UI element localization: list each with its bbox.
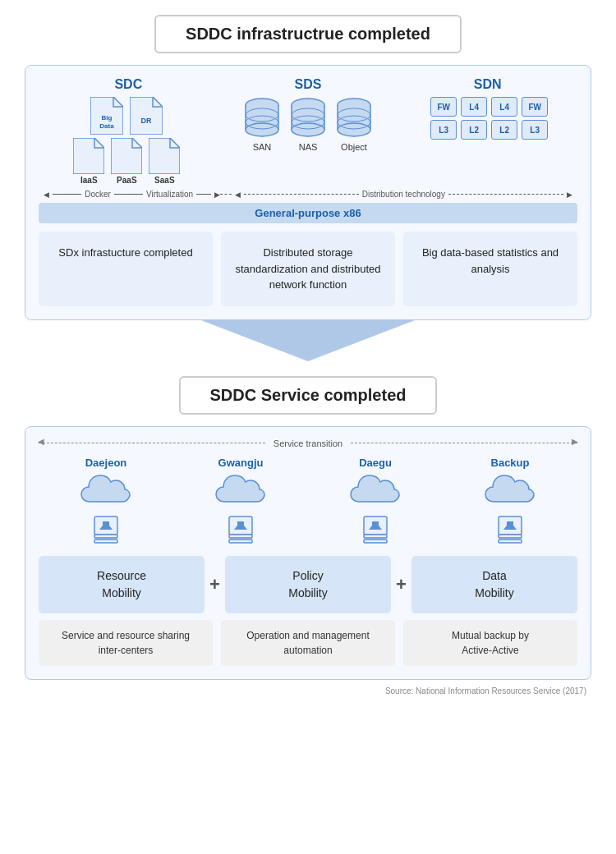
dr-icon: DR xyxy=(130,97,163,135)
data-mobility-box: DataMobility xyxy=(411,556,577,613)
policy-mobility-box: PolicyMobility xyxy=(225,556,391,613)
svg-rect-32 xyxy=(94,535,117,538)
svg-rect-37 xyxy=(229,535,252,538)
svg-rect-46 xyxy=(507,521,513,530)
cloud-backup-label: Backup xyxy=(491,457,530,469)
docker-label: Docker xyxy=(85,190,111,199)
upload-gwangju-icon xyxy=(223,515,259,548)
service-transition-row: Service transition xyxy=(39,438,577,448)
bottom-section-title: SDDC Service completed xyxy=(179,376,438,415)
nas-icon: NAS xyxy=(290,97,326,152)
object-icon: Object xyxy=(336,97,372,152)
svg-rect-47 xyxy=(499,535,522,538)
saas-icon: SaaS xyxy=(149,138,180,185)
svc-trans-line-right xyxy=(351,443,577,443)
upload-backup-icon xyxy=(492,515,528,548)
svg-rect-31 xyxy=(103,521,109,530)
upload-daegu-icon xyxy=(357,515,393,548)
svg-text:Data: Data xyxy=(100,122,115,130)
tech-row: ◀ Docker Virtualization ▶ ◀ Distribution… xyxy=(39,190,577,199)
sdn-l3b: L3 xyxy=(522,120,548,140)
cloud-gwangju-icon xyxy=(214,472,267,512)
sdn-fw2: FW xyxy=(522,97,548,117)
cloud-backup: Backup xyxy=(484,457,536,548)
san-label: SAN xyxy=(253,142,272,152)
plus-1: + xyxy=(205,574,225,595)
info-box-3: Big data-based statistics and analysis xyxy=(403,232,577,306)
top-section-title-wrap: SDDC infrastructrue completed xyxy=(0,0,616,65)
svg-marker-5 xyxy=(73,138,104,174)
sds-icons-row: SAN NAS xyxy=(244,97,372,152)
svg-rect-43 xyxy=(364,539,387,543)
sdc-col: Big Data DR xyxy=(39,97,215,185)
col-headers: SDC SDS SDN xyxy=(39,77,577,92)
arrow-left-d: ◀ xyxy=(235,191,241,199)
sds-label: SDS xyxy=(218,77,398,92)
desc-box-2: Operation and managementautomation xyxy=(221,620,395,666)
arrow-connector xyxy=(201,320,415,361)
mobility-row: ResourceMobility + PolicyMobility + Data… xyxy=(39,556,577,613)
svc-trans-label: Service transition xyxy=(265,438,351,448)
source-line: Source: National Information Resources S… xyxy=(0,680,616,699)
nas-label: NAS xyxy=(299,142,318,152)
upload-daejeon-icon xyxy=(88,515,124,548)
bottom-diagram: Service transition Daejeon Gwangju xyxy=(25,426,591,680)
svg-rect-48 xyxy=(499,539,522,543)
sdn-row2: L3 L2 L2 L3 xyxy=(430,120,548,140)
sdn-l4b: L4 xyxy=(491,97,517,117)
sdc-label: SDC xyxy=(39,77,218,92)
resource-mobility-box: ResourceMobility xyxy=(39,556,205,613)
cloud-daejeon-icon xyxy=(80,472,132,512)
distrib-labels: ◀ Distribution technology ▶ xyxy=(220,190,576,199)
cloud-daejeon-label: Daejeon xyxy=(85,457,127,469)
sds-col: SAN NAS xyxy=(220,97,397,154)
docker-virt-labels: ◀ Docker Virtualization ▶ xyxy=(40,190,220,199)
virt-label: Virtualization xyxy=(146,190,193,199)
top-diagram: SDC SDS SDN Big Data xyxy=(25,65,591,320)
svg-marker-7 xyxy=(149,138,180,174)
svg-rect-33 xyxy=(94,539,117,543)
sdn-l3a: L3 xyxy=(430,120,457,140)
bottom-section-title-wrap: SDDC Service completed xyxy=(0,361,616,426)
sdc-top-row: Big Data DR xyxy=(90,97,163,135)
general-bar: General-purpose x86 xyxy=(39,203,577,223)
iaas-icon: IaaS xyxy=(73,138,104,185)
distrib-label: Distribution technology xyxy=(362,190,445,199)
cloud-daegu: Daegu xyxy=(349,457,402,548)
svg-marker-6 xyxy=(111,138,142,174)
svg-rect-41 xyxy=(372,521,379,530)
object-label: Object xyxy=(341,142,367,152)
svg-point-19 xyxy=(292,123,324,136)
arrow-right-d: ▶ xyxy=(567,191,572,199)
arrow-connector-wrap xyxy=(0,320,616,361)
cols-icons-row: Big Data DR xyxy=(39,97,577,185)
desc-box-1: Service and resource sharinginter-center… xyxy=(39,620,213,666)
desc-box-3: Mutual backup byActive-Active xyxy=(403,620,577,666)
sdn-col: FW L4 L4 FW L3 L2 L2 L3 xyxy=(401,97,577,140)
svg-rect-42 xyxy=(364,535,387,538)
svc-trans-line-left xyxy=(39,443,265,443)
sdn-row1: FW L4 L4 FW xyxy=(430,97,548,117)
cloud-backup-icon xyxy=(484,472,536,512)
svg-point-26 xyxy=(338,123,370,136)
sdn-l2a: L2 xyxy=(461,120,487,140)
info-box-2: Distributed storage standardization and … xyxy=(221,232,395,306)
sdn-l4a: L4 xyxy=(461,97,487,117)
svg-rect-38 xyxy=(229,539,252,543)
svg-point-12 xyxy=(246,123,278,136)
desc-row: Service and resource sharinginter-center… xyxy=(39,620,577,666)
sdn-l2b: L2 xyxy=(491,120,517,140)
info-box-1: SDx infrastucture completed xyxy=(39,232,213,306)
cloud-gwangju-label: Gwangju xyxy=(218,457,264,469)
arrow-left-sm: ◀ xyxy=(44,191,49,199)
sdn-fw1: FW xyxy=(430,97,457,117)
sdn-label: SDN xyxy=(398,77,577,92)
cloud-daegu-icon xyxy=(349,472,402,512)
cloud-row: Daejeon Gwangju xyxy=(39,457,577,548)
svg-text:Big: Big xyxy=(102,114,113,122)
cloud-daejeon: Daejeon xyxy=(80,457,132,548)
san-icon: SAN xyxy=(244,97,280,152)
sdc-bot-row: IaaS PaaS SaaS xyxy=(73,138,180,185)
cloud-daegu-label: Daegu xyxy=(359,457,392,469)
paas-icon: PaaS xyxy=(111,138,142,185)
